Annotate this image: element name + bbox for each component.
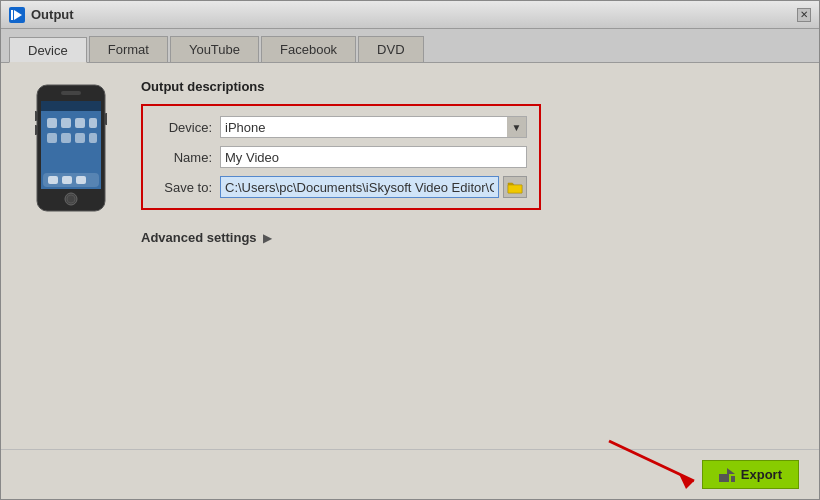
arrow-indicator: [599, 436, 719, 491]
tab-facebook[interactable]: Facebook: [261, 36, 356, 62]
output-descriptions-box: Device: iPhone iPad Android Samsung ▼ Na…: [141, 104, 541, 210]
title-bar-left: Output: [9, 7, 74, 23]
svg-rect-13: [75, 133, 85, 143]
tab-dvd[interactable]: DVD: [358, 36, 423, 62]
chevron-right-icon: ▶: [263, 231, 272, 245]
export-icon: [719, 468, 735, 482]
main-content: Output descriptions Device: iPhone iPad …: [1, 63, 819, 449]
title-bar: Output ✕: [1, 1, 819, 29]
advanced-settings-label: Advanced settings: [141, 230, 257, 245]
section-title: Output descriptions: [141, 79, 799, 94]
svg-rect-2: [11, 10, 13, 20]
svg-rect-23: [35, 111, 37, 121]
svg-rect-16: [48, 176, 58, 184]
save-to-label: Save to:: [155, 180, 220, 195]
svg-rect-6: [41, 101, 101, 111]
svg-rect-8: [61, 118, 71, 128]
tab-format[interactable]: Format: [89, 36, 168, 62]
close-button[interactable]: ✕: [797, 8, 811, 22]
name-input[interactable]: [220, 146, 527, 168]
save-to-wrapper: [220, 176, 527, 198]
output-window: Output ✕ Device Format YouTube Facebook …: [0, 0, 820, 500]
tab-youtube[interactable]: YouTube: [170, 36, 259, 62]
name-field-row: Name:: [155, 146, 527, 168]
svg-rect-9: [75, 118, 85, 128]
save-to-input[interactable]: [220, 176, 499, 198]
iphone-image: [35, 83, 107, 213]
save-to-field-row: Save to:: [155, 176, 527, 198]
device-select[interactable]: iPhone iPad Android Samsung: [220, 116, 527, 138]
svg-rect-22: [105, 113, 107, 125]
svg-rect-27: [719, 474, 729, 482]
device-label: Device:: [155, 120, 220, 135]
folder-icon: [507, 180, 523, 194]
window-title: Output: [31, 7, 74, 22]
device-preview: [21, 79, 121, 433]
svg-rect-18: [76, 176, 86, 184]
advanced-settings[interactable]: Advanced settings ▶: [141, 230, 799, 245]
tab-bar: Device Format YouTube Facebook DVD: [1, 29, 819, 63]
right-panel: Output descriptions Device: iPhone iPad …: [141, 79, 799, 433]
svg-rect-24: [35, 125, 37, 135]
svg-rect-11: [47, 133, 57, 143]
device-field-row: Device: iPhone iPad Android Samsung ▼: [155, 116, 527, 138]
tab-device[interactable]: Device: [9, 37, 87, 63]
export-label: Export: [741, 467, 782, 482]
name-label: Name:: [155, 150, 220, 165]
svg-rect-19: [61, 91, 81, 95]
app-icon: [9, 7, 25, 23]
svg-marker-28: [727, 468, 735, 474]
svg-rect-10: [89, 118, 97, 128]
svg-rect-17: [62, 176, 72, 184]
svg-rect-12: [61, 133, 71, 143]
browse-folder-button[interactable]: [503, 176, 527, 198]
bottom-bar: Export: [1, 449, 819, 499]
device-select-wrapper: iPhone iPad Android Samsung ▼: [220, 116, 527, 138]
svg-rect-7: [47, 118, 57, 128]
svg-line-25: [609, 441, 694, 481]
svg-point-21: [67, 195, 75, 203]
svg-rect-14: [89, 133, 97, 143]
svg-rect-29: [731, 476, 735, 482]
